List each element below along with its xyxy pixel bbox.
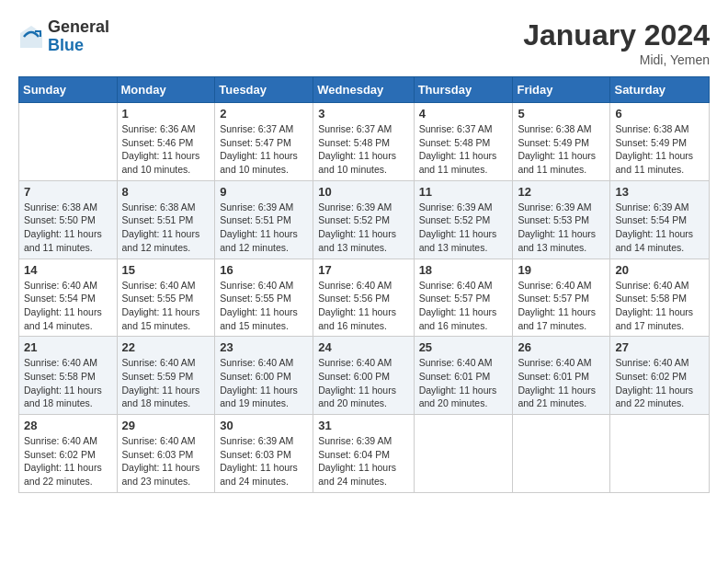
day-number: 9 xyxy=(220,185,308,199)
day-info: Sunrise: 6:39 AMSunset: 5:52 PMDaylight:… xyxy=(419,201,508,255)
day-number: 31 xyxy=(318,419,408,432)
calendar-cell: 26Sunrise: 6:40 AMSunset: 6:01 PMDayligh… xyxy=(513,337,610,415)
day-info: Sunrise: 6:37 AMSunset: 5:47 PMDaylight:… xyxy=(220,122,308,177)
calendar-cell xyxy=(414,415,513,493)
header-sunday: Sunday xyxy=(19,77,118,103)
header-row: SundayMondayTuesdayWednesdayThursdayFrid… xyxy=(19,77,710,103)
day-number: 27 xyxy=(615,340,704,354)
week-row-2: 14Sunrise: 6:40 AMSunset: 5:54 PMDayligh… xyxy=(19,259,710,337)
day-info: Sunrise: 6:39 AMSunset: 5:51 PMDaylight:… xyxy=(220,201,308,255)
day-info: Sunrise: 6:39 AMSunset: 6:04 PMDaylight:… xyxy=(318,434,408,488)
day-number: 15 xyxy=(122,263,210,277)
week-row-0: 1Sunrise: 6:36 AMSunset: 5:46 PMDaylight… xyxy=(19,103,710,181)
day-number: 28 xyxy=(24,419,112,432)
day-info: Sunrise: 6:40 AMSunset: 6:00 PMDaylight:… xyxy=(220,356,308,410)
day-number: 4 xyxy=(419,107,508,121)
day-info: Sunrise: 6:37 AMSunset: 5:48 PMDaylight:… xyxy=(318,122,408,177)
day-info: Sunrise: 6:40 AMSunset: 5:57 PMDaylight:… xyxy=(518,279,605,333)
calendar-table: SundayMondayTuesdayWednesdayThursdayFrid… xyxy=(18,76,710,493)
calendar-cell: 19Sunrise: 6:40 AMSunset: 5:57 PMDayligh… xyxy=(513,259,610,337)
calendar-cell: 10Sunrise: 6:39 AMSunset: 5:52 PMDayligh… xyxy=(313,180,414,259)
day-info: Sunrise: 6:38 AMSunset: 5:49 PMDaylight:… xyxy=(615,122,704,177)
day-number: 7 xyxy=(24,185,112,199)
calendar-cell: 20Sunrise: 6:40 AMSunset: 5:58 PMDayligh… xyxy=(610,259,710,337)
day-number: 8 xyxy=(122,185,210,199)
day-number: 29 xyxy=(122,419,210,432)
calendar-cell: 28Sunrise: 6:40 AMSunset: 6:02 PMDayligh… xyxy=(19,415,118,493)
day-info: Sunrise: 6:38 AMSunset: 5:50 PMDaylight:… xyxy=(24,201,112,255)
calendar-cell: 23Sunrise: 6:40 AMSunset: 6:00 PMDayligh… xyxy=(215,337,313,415)
day-info: Sunrise: 6:38 AMSunset: 5:49 PMDaylight:… xyxy=(518,122,605,177)
header-saturday: Saturday xyxy=(610,77,710,103)
day-info: Sunrise: 6:40 AMSunset: 6:02 PMDaylight:… xyxy=(24,434,112,488)
day-info: Sunrise: 6:39 AMSunset: 5:53 PMDaylight:… xyxy=(518,201,605,255)
day-number: 2 xyxy=(220,107,308,121)
day-info: Sunrise: 6:40 AMSunset: 6:01 PMDaylight:… xyxy=(518,356,605,410)
calendar-cell: 8Sunrise: 6:38 AMSunset: 5:51 PMDaylight… xyxy=(117,180,215,259)
day-number: 25 xyxy=(419,340,508,354)
calendar-cell: 3Sunrise: 6:37 AMSunset: 5:48 PMDaylight… xyxy=(313,103,414,181)
location: Midi, Yemen xyxy=(523,52,710,67)
calendar-cell: 24Sunrise: 6:40 AMSunset: 6:00 PMDayligh… xyxy=(313,337,414,415)
calendar-cell: 7Sunrise: 6:38 AMSunset: 5:50 PMDaylight… xyxy=(19,180,118,259)
calendar-cell: 15Sunrise: 6:40 AMSunset: 5:55 PMDayligh… xyxy=(117,259,215,337)
calendar-cell: 29Sunrise: 6:40 AMSunset: 6:03 PMDayligh… xyxy=(117,415,215,493)
calendar-cell: 6Sunrise: 6:38 AMSunset: 5:49 PMDaylight… xyxy=(610,103,710,181)
calendar-cell xyxy=(19,103,118,181)
calendar-cell: 25Sunrise: 6:40 AMSunset: 6:01 PMDayligh… xyxy=(414,337,513,415)
calendar-cell: 11Sunrise: 6:39 AMSunset: 5:52 PMDayligh… xyxy=(414,180,513,259)
day-number: 20 xyxy=(615,263,704,277)
day-info: Sunrise: 6:40 AMSunset: 5:56 PMDaylight:… xyxy=(318,279,408,333)
day-info: Sunrise: 6:40 AMSunset: 5:59 PMDaylight:… xyxy=(122,356,210,410)
calendar-cell: 30Sunrise: 6:39 AMSunset: 6:03 PMDayligh… xyxy=(215,415,313,493)
calendar-cell: 16Sunrise: 6:40 AMSunset: 5:55 PMDayligh… xyxy=(215,259,313,337)
day-info: Sunrise: 6:40 AMSunset: 5:55 PMDaylight:… xyxy=(122,279,210,333)
day-info: Sunrise: 6:36 AMSunset: 5:46 PMDaylight:… xyxy=(122,122,210,177)
calendar-cell: 31Sunrise: 6:39 AMSunset: 6:04 PMDayligh… xyxy=(313,415,414,493)
header-tuesday: Tuesday xyxy=(215,77,313,103)
logo-general: General xyxy=(48,18,109,37)
day-info: Sunrise: 6:37 AMSunset: 5:48 PMDaylight:… xyxy=(419,122,508,177)
calendar-cell xyxy=(610,415,710,493)
logo-text: General Blue xyxy=(48,18,109,55)
day-info: Sunrise: 6:40 AMSunset: 5:55 PMDaylight:… xyxy=(220,279,308,333)
day-number: 17 xyxy=(318,263,408,277)
day-info: Sunrise: 6:40 AMSunset: 6:03 PMDaylight:… xyxy=(122,434,210,488)
day-number: 19 xyxy=(518,263,605,277)
day-info: Sunrise: 6:39 AMSunset: 5:54 PMDaylight:… xyxy=(615,201,704,255)
calendar-cell: 5Sunrise: 6:38 AMSunset: 5:49 PMDaylight… xyxy=(513,103,610,181)
month-title: January 2024 xyxy=(523,18,710,52)
logo-blue: Blue xyxy=(48,37,109,55)
day-info: Sunrise: 6:39 AMSunset: 6:03 PMDaylight:… xyxy=(220,434,308,488)
calendar-cell: 27Sunrise: 6:40 AMSunset: 6:02 PMDayligh… xyxy=(610,337,710,415)
calendar-cell xyxy=(513,415,610,493)
day-number: 14 xyxy=(24,263,112,277)
day-number: 24 xyxy=(318,340,408,354)
day-number: 16 xyxy=(220,263,308,277)
day-info: Sunrise: 6:38 AMSunset: 5:51 PMDaylight:… xyxy=(122,201,210,255)
calendar-cell: 1Sunrise: 6:36 AMSunset: 5:46 PMDaylight… xyxy=(117,103,215,181)
week-row-4: 28Sunrise: 6:40 AMSunset: 6:02 PMDayligh… xyxy=(19,415,710,493)
day-number: 21 xyxy=(24,340,112,354)
calendar-cell: 22Sunrise: 6:40 AMSunset: 5:59 PMDayligh… xyxy=(117,337,215,415)
header-wednesday: Wednesday xyxy=(313,77,414,103)
logo-icon xyxy=(18,24,44,50)
day-info: Sunrise: 6:40 AMSunset: 6:01 PMDaylight:… xyxy=(419,356,508,410)
day-number: 6 xyxy=(615,107,704,121)
calendar-cell: 17Sunrise: 6:40 AMSunset: 5:56 PMDayligh… xyxy=(313,259,414,337)
header-friday: Friday xyxy=(513,77,610,103)
day-info: Sunrise: 6:40 AMSunset: 5:54 PMDaylight:… xyxy=(24,279,112,333)
day-info: Sunrise: 6:40 AMSunset: 6:02 PMDaylight:… xyxy=(615,356,704,410)
day-number: 22 xyxy=(122,340,210,354)
calendar-cell: 9Sunrise: 6:39 AMSunset: 5:51 PMDaylight… xyxy=(215,180,313,259)
day-number: 12 xyxy=(518,185,605,199)
header-monday: Monday xyxy=(117,77,215,103)
day-number: 11 xyxy=(419,185,508,199)
day-number: 1 xyxy=(122,107,210,121)
page-header: General Blue January 2024 Midi, Yemen xyxy=(18,18,710,67)
calendar-cell: 4Sunrise: 6:37 AMSunset: 5:48 PMDaylight… xyxy=(414,103,513,181)
day-number: 23 xyxy=(220,340,308,354)
calendar-cell: 21Sunrise: 6:40 AMSunset: 5:58 PMDayligh… xyxy=(19,337,118,415)
day-number: 26 xyxy=(518,340,605,354)
day-info: Sunrise: 6:40 AMSunset: 5:58 PMDaylight:… xyxy=(24,356,112,410)
